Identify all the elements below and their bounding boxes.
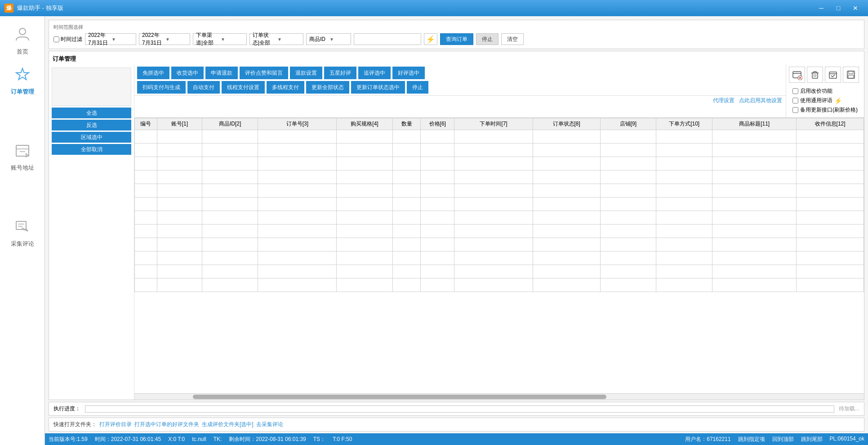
auto-pay-button[interactable]: 自动支付 [187,81,220,94]
lightning-button[interactable]: ⚡ [424,33,437,45]
quick-area: 快速打开文件夹： 打开评价目录 打开选中订单的好评文件夹 生成评价文件夹[选中]… [49,418,864,432]
minimize-button[interactable]: ─ [813,0,829,16]
open-selected-reviews-link[interactable]: 打开选中订单的好评文件夹 [134,421,199,428]
maximize-button[interactable]: □ [830,0,846,16]
svg-rect-25 [829,72,837,78]
stop-button[interactable]: 停止 [476,33,499,45]
region-select-button[interactable]: 区域选中 [52,132,131,143]
query-order-button[interactable]: 查询订单 [440,33,473,45]
horizontal-scrollbar[interactable] [134,393,864,400]
followup-review-button[interactable]: 追评选中 [358,67,391,79]
time-filter-checkbox[interactable]: 时间过滤 [53,36,82,43]
jump-to-index-button[interactable]: 跳到指定项 [738,436,765,443]
window-controls: ─ □ ✕ [813,0,864,16]
col-product-id: 商品ID[2] [202,118,258,130]
table-row [135,265,864,279]
sidebar-item-home[interactable]: 首页 [0,21,45,61]
discard-icon-btn[interactable] [825,67,841,83]
action-row-1: 免拼选中 收货选中 申请退款 评价点赞和留言 退款设置 五星好评 追评选中 好评… [134,65,786,81]
save-icon-btn[interactable] [843,67,859,83]
comments-icon [14,219,31,238]
end-date-select[interactable]: 2022年 7月31日 ▼ [139,33,190,45]
action-row-2: 扫码支付与生成 自动支付 线程支付设置 多线程支付 更新全部状态 更新订单状态选… [134,81,786,95]
time-filter-label: 时间过滤 [61,36,82,43]
thread-pay-settings-button[interactable]: 线程支付设置 [222,81,265,94]
table-row [135,171,864,184]
sidebar-item-accounts[interactable]: 账号地址 [0,137,45,177]
table-row [135,279,864,292]
start-date-arrow: ▼ [111,37,133,42]
enable-price-modify-input[interactable] [792,88,798,94]
quick-open-label: 快速打开文件夹： [53,421,97,428]
generate-review-folder-link[interactable]: 生成评价文件夹[选中] [202,421,254,428]
backup-interface-checkbox[interactable]: 备用更新接口(刷新价格) [792,106,858,114]
multi-thread-pay-button[interactable]: 多线程支付 [267,81,304,94]
col-qty: 数量 [392,118,420,130]
start-date-select[interactable]: 2022年 7月31日 ▼ [85,33,136,45]
cancel-all-button[interactable]: 全部取消 [52,144,131,155]
lightning-icon-red: ⚡ [834,97,842,104]
order-status-value: 订单状态|全部 [253,31,276,47]
col-price: 价格[6] [421,118,454,130]
product-id-arrow: ▼ [329,37,348,42]
svg-rect-6 [16,221,26,229]
right-panel: 免拼选中 收货选中 申请退款 评价点赞和留言 退款设置 五星好评 追评选中 好评… [134,65,864,400]
collect-comments-link[interactable]: 去采集评论 [256,421,283,428]
tc-null-label: tc.null [192,436,206,442]
order-status-select[interactable]: 订单状态|全部 ▼ [249,33,303,45]
table-row [135,198,864,211]
receive-goods-button[interactable]: 收货选中 [171,67,204,79]
filter-area: 时间范围选择 时间过滤 2022年 7月31日 ▼ 2022年 7月31日 ▼ … [49,20,864,49]
enable-price-modify-checkbox[interactable]: 启用改价功能 [792,87,858,95]
table-container[interactable]: 编号 账号[1] 商品ID[2] 订单号[3] 购买规格[4] 数量 价格[6]… [134,117,864,393]
svg-rect-29 [848,75,854,78]
table-row [135,184,864,198]
review-like-button[interactable]: 评价点赞和留言 [240,67,288,79]
sidebar-orders-label: 订单管理 [11,88,34,96]
product-id-select[interactable]: 商品ID ▼ [306,33,351,45]
good-review-button[interactable]: 好评选中 [392,67,425,79]
app-icon: 爆 [4,4,13,13]
scan-pay-button[interactable]: 扫码支付与生成 [137,81,186,94]
channel-arrow: ▼ [221,37,244,42]
proxy-settings-link[interactable]: 代理设置 [713,97,734,104]
refund-settings-button[interactable]: 退款设置 [290,67,322,79]
col-order-status: 订单状态[8] [533,118,600,130]
table-row [135,252,864,265]
open-reviews-dir-link[interactable]: 打开评价目录 [99,421,132,428]
update-all-status-button[interactable]: 更新全部状态 [306,81,349,94]
status-right: 用户名：67162211 跳到指定项 回到顶部 跳到尾部 PL:060154_o… [685,436,864,443]
coords-label: X:0 T:0 [168,436,185,442]
backup-interface-input[interactable] [792,107,798,113]
free-pin-button[interactable]: 免拼选中 [137,67,169,79]
search-input[interactable] [354,33,421,45]
channel-select[interactable]: 下单渠道|全部 ▼ [193,33,247,45]
close-button[interactable]: ✕ [847,0,864,16]
database-icon-btn[interactable] [789,67,805,83]
stop-action-button[interactable]: 停止 [407,81,428,94]
table-row [135,144,864,157]
use-universal-review-checkbox[interactable]: 使用通用评语 ⚡ [792,97,858,104]
col-shipping-info: 收件信息[12] [797,118,864,130]
time-filter-input[interactable] [53,36,59,42]
five-star-button[interactable]: 五星好评 [324,67,356,79]
invert-select-button[interactable]: 反选 [52,120,131,130]
sidebar-item-orders[interactable]: 订单管理 [0,61,45,101]
clear-button[interactable]: 清空 [501,33,524,45]
enable-other-settings-link[interactable]: 点此启用其他设置 [739,97,782,104]
svg-rect-28 [849,71,853,74]
sidebar-item-comments[interactable]: 采集评论 [0,213,45,253]
apply-refund-button[interactable]: 申请退款 [205,67,238,79]
use-universal-review-input[interactable] [792,98,798,103]
back-to-top-button[interactable]: 回到顶部 [772,436,794,443]
remaining-label: 剩余时间：2022-08-31 06:01:39 [229,436,306,443]
progress-status: 待加载... [839,405,859,413]
left-panel: 全选 反选 区域选中 全部取消 [49,65,134,400]
title-bar: 爆 爆款助手 - 独享版 ─ □ ✕ [0,0,868,16]
select-all-button[interactable]: 全选 [52,108,131,118]
jump-to-end-button[interactable]: 跳到尾部 [801,436,823,443]
update-selected-status-button[interactable]: 更新订单状态选中 [351,81,405,94]
col-shop: 店铺[9] [600,118,656,130]
accounts-icon [14,143,31,162]
trash-icon-btn[interactable] [807,67,823,83]
